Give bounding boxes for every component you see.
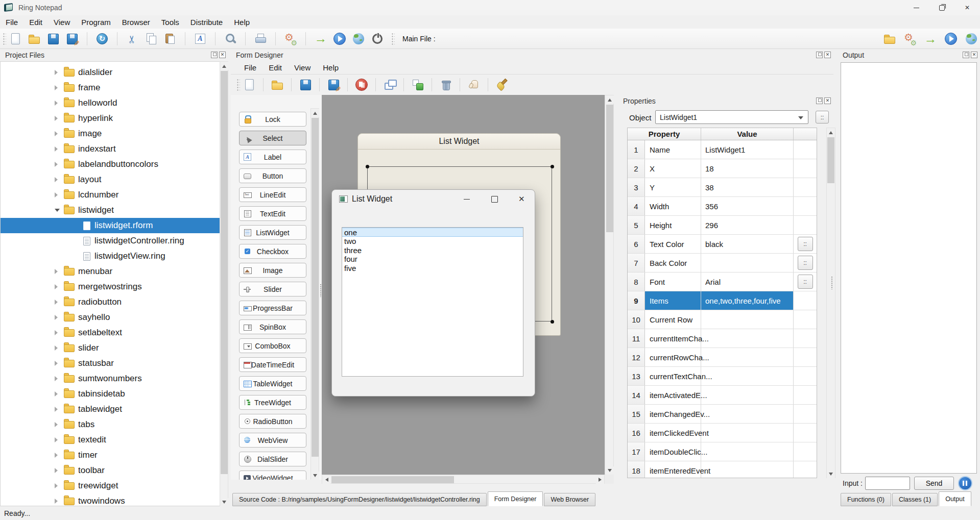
copy-icon[interactable]	[145, 32, 158, 45]
property-value[interactable]: one,two,three,four,five	[701, 291, 794, 310]
tool-radiobutton[interactable]: RadioButton	[239, 414, 306, 429]
property-value[interactable]	[701, 442, 794, 461]
tree-folder-textedit[interactable]: textedit	[1, 432, 228, 448]
run-arrow-icon[interactable]	[924, 32, 937, 45]
property-value[interactable]: 296	[701, 216, 794, 234]
tree-folder-toolbar[interactable]: toolbar	[1, 463, 228, 478]
tree-folder-lcdnumber[interactable]: lcdnumber	[1, 187, 228, 203]
property-row-current-row[interactable]: 10Current Row	[628, 310, 817, 329]
resize-handle[interactable]	[551, 165, 554, 168]
property-row-items[interactable]: 9Itemsone,two,three,four,five	[628, 291, 817, 310]
chevron-right-icon[interactable]	[55, 116, 64, 121]
property-row-text-color[interactable]: 6Text Colorblack::	[628, 235, 817, 254]
chevron-right-icon[interactable]	[55, 345, 64, 351]
close-icon[interactable]	[824, 97, 831, 104]
close-icon[interactable]	[518, 195, 525, 203]
scrollbar-thumb[interactable]	[312, 118, 319, 457]
undock-icon[interactable]	[816, 52, 823, 58]
menu-tools[interactable]: Tools	[156, 15, 185, 29]
tree-folder-dialslider[interactable]: dialslider	[1, 65, 228, 80]
tool-textedit[interactable]: TextEdit	[239, 206, 306, 221]
windows-icon[interactable]	[383, 78, 396, 91]
input-field[interactable]	[865, 477, 910, 490]
chevron-right-icon[interactable]	[55, 376, 64, 381]
hand-icon[interactable]	[467, 78, 481, 91]
save-as-icon[interactable]	[65, 32, 79, 45]
fd-menu-help[interactable]: Help	[317, 61, 345, 75]
tab-classes-1-[interactable]: Classes (1)	[892, 493, 938, 506]
tool-lock[interactable]: Lock	[239, 112, 306, 127]
tool-listwidget[interactable]: ListWidget	[239, 225, 306, 240]
resize-handle[interactable]	[366, 165, 369, 168]
open-folder-icon[interactable]	[271, 78, 284, 91]
resize-handle[interactable]	[551, 320, 554, 324]
brush-icon[interactable]	[495, 78, 509, 91]
open-folder-icon[interactable]	[28, 32, 41, 45]
toolbar-drag-handle[interactable]	[3, 33, 6, 45]
play-icon[interactable]	[944, 32, 958, 45]
tree-file-listwidget-rform[interactable]: listwidget.rform	[1, 218, 228, 233]
tree-folder-setlabeltext[interactable]: setlabeltext	[1, 325, 228, 340]
source-code-tab[interactable]: Source Code : B:/ring/samples/UsingFormD…	[232, 493, 487, 506]
tab-web-browser[interactable]: Web Browser	[544, 493, 595, 506]
refresh-icon[interactable]	[95, 32, 109, 45]
fd-menu-view[interactable]: View	[288, 61, 317, 75]
menu-program[interactable]: Program	[76, 15, 116, 29]
tree-folder-radiobutton[interactable]: radiobutton	[1, 294, 228, 310]
chevron-right-icon[interactable]	[55, 499, 64, 504]
save-icon[interactable]	[46, 32, 60, 45]
chevron-right-icon[interactable]	[55, 361, 64, 366]
tree-folder-tabinsidetab[interactable]: tabinsidetab	[1, 386, 228, 402]
scroll-down-icon[interactable]	[220, 498, 228, 506]
chevron-right-icon[interactable]	[55, 146, 64, 152]
canvas-horizontal-scrollbar[interactable]	[322, 475, 605, 484]
tool-button[interactable]: Button	[239, 168, 306, 183]
menu-edit[interactable]: Edit	[23, 15, 48, 29]
property-row-name[interactable]: 1NameListWidget1	[628, 140, 817, 159]
tree-folder-slider[interactable]: slider	[1, 340, 228, 356]
chevron-right-icon[interactable]	[55, 391, 64, 397]
tool-videowidget[interactable]: VideoWidget	[239, 471, 306, 480]
menu-help[interactable]: Help	[228, 15, 255, 29]
tree-folder-statusbar[interactable]: statusbar	[1, 356, 228, 371]
tree-folder-tabs[interactable]: tabs	[1, 417, 228, 432]
tree-folder-timer[interactable]: timer	[1, 448, 228, 463]
close-red-icon[interactable]	[355, 78, 368, 91]
scrollbar-thumb[interactable]	[221, 71, 228, 474]
chevron-right-icon[interactable]	[55, 315, 64, 320]
tool-progressbar[interactable]: ProgressBar	[239, 301, 306, 315]
scroll-left-icon[interactable]	[322, 476, 330, 484]
save-icon[interactable]	[299, 78, 312, 91]
property-row-itemdoubleclic-[interactable]: 17itemDoubleClic...	[628, 442, 817, 461]
scrollbar-thumb[interactable]	[331, 476, 454, 483]
globe-icon[interactable]	[352, 32, 365, 45]
list-item-three[interactable]: three	[342, 246, 523, 255]
toolbar-drag-handle[interactable]	[236, 79, 240, 91]
chevron-right-icon[interactable]	[55, 131, 64, 136]
project-tree-scrollbar[interactable]	[220, 61, 228, 506]
property-value[interactable]: black	[701, 235, 794, 253]
property-value[interactable]	[701, 310, 794, 329]
canvas-vertical-scrollbar[interactable]	[605, 95, 614, 475]
column-header-value[interactable]: Value	[701, 128, 794, 140]
undock-icon[interactable]	[963, 52, 969, 58]
gears-icon[interactable]	[903, 32, 917, 45]
chevron-right-icon[interactable]	[55, 468, 64, 473]
tool-spinbox[interactable]: SpinBox	[239, 319, 306, 334]
property-row-width[interactable]: 4Width356	[628, 197, 817, 216]
tree-folder-layout[interactable]: layout	[1, 172, 228, 187]
scroll-up-icon[interactable]	[220, 62, 228, 70]
tool-slider[interactable]: Slider	[239, 282, 306, 296]
scroll-down-icon[interactable]	[311, 472, 319, 480]
trash-icon[interactable]	[439, 78, 452, 91]
tool-lineedit[interactable]: LineEdit	[239, 187, 306, 202]
property-value[interactable]	[701, 367, 794, 385]
gears-icon[interactable]	[284, 32, 297, 45]
column-header-property[interactable]: Property	[628, 128, 701, 140]
property-value[interactable]: 18	[701, 159, 794, 178]
toolbar-drag-handle[interactable]	[391, 33, 395, 45]
add-green-icon[interactable]	[411, 78, 424, 91]
scroll-up-icon[interactable]	[311, 109, 319, 117]
property-value[interactable]: ListWidget1	[701, 140, 794, 159]
tree-folder-listwidget[interactable]: listwidget	[1, 203, 228, 218]
